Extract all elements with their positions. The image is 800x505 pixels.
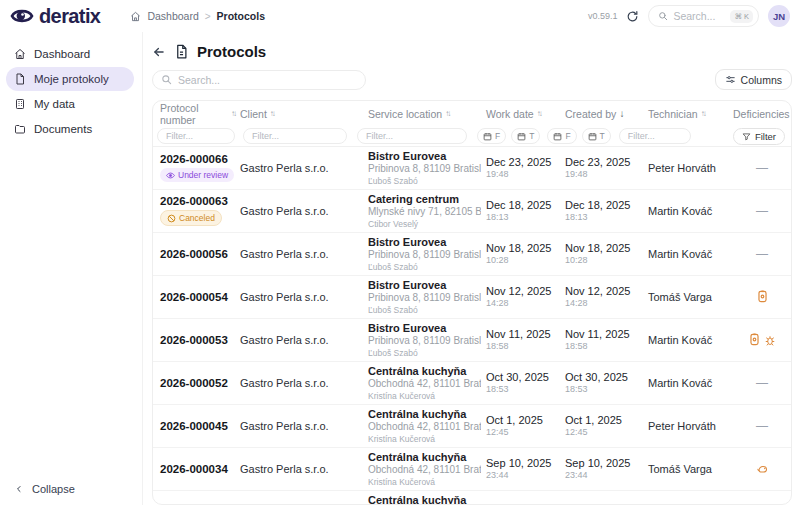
location-address: Pribinova 8, 81109 Bratislava <box>368 163 481 174</box>
no-deficiencies: — <box>756 247 768 261</box>
protocol-number: 2026-000054 <box>160 291 235 303</box>
table-row-2026-000056[interactable]: 2026-000056Gastro Perla s.r.o.Bistro Eur… <box>153 233 791 276</box>
created-by-from-picker[interactable]: F <box>547 128 576 144</box>
table-row-2026-000045[interactable]: 2026-000045Gastro Perla s.r.o.Centrálna … <box>153 405 791 448</box>
location-contact: Kristína Kučerová <box>368 391 481 401</box>
filter-technician-input[interactable] <box>619 128 691 144</box>
work-date-from-picker[interactable]: F <box>477 128 506 144</box>
protocol-number: 2026-000045 <box>160 420 235 432</box>
table-toolbar: Columns <box>152 70 792 90</box>
calendar-icon <box>588 132 597 141</box>
created-date: Oct 1, 2025 <box>565 414 643 426</box>
filter-client-input[interactable] <box>243 128 347 144</box>
status-badge-canceled: Canceled <box>160 210 222 226</box>
column-header-deficiencies: Deficiencies <box>728 108 791 120</box>
table-search-input[interactable] <box>178 74 357 86</box>
table-row-2026-000054[interactable]: 2026-000054Gastro Perla s.r.o.Bistro Eur… <box>153 276 791 319</box>
column-header-service-location[interactable]: Service location↑↓ <box>363 108 481 120</box>
version-label: v0.59.1 <box>588 11 618 21</box>
file-icon <box>14 73 26 85</box>
deficiencies-filter-button[interactable]: Filter <box>733 128 785 145</box>
column-header-work-date[interactable]: Work date↑↓ <box>481 108 560 120</box>
work-time: 14:28 <box>486 298 560 308</box>
location-address: Mlynské nivy 71, 82105 Brati... <box>368 206 481 217</box>
work-date: Nov 11, 2025 <box>486 328 560 340</box>
breadcrumb-current[interactable]: Protocols <box>217 10 265 22</box>
table-row-2026-000052[interactable]: 2026-000052Gastro Perla s.r.o.Centrálna … <box>153 362 791 405</box>
created-time: 18:13 <box>565 212 643 222</box>
sidebar-item-documents[interactable]: Documents <box>6 117 134 141</box>
table-row-2026-000066[interactable]: 2026-000066Under reviewGastro Perla s.r.… <box>153 147 791 190</box>
avatar[interactable]: JN <box>768 5 790 27</box>
column-header-client[interactable]: Client↑↓ <box>235 108 363 120</box>
column-header-protocol-number[interactable]: Protocol number↑↓ <box>153 102 235 126</box>
sidebar-item-my-data[interactable]: My data <box>6 92 134 116</box>
calendar-icon <box>553 132 562 141</box>
location-contact: Ľuboš Szabó <box>368 305 481 315</box>
columns-button[interactable]: Columns <box>715 69 792 90</box>
columns-button-label: Columns <box>741 74 782 86</box>
location-contact: Ľuboš Szabó <box>368 348 481 358</box>
column-header-created-by[interactable]: Created by↓ <box>560 108 643 120</box>
created-time: 19:48 <box>565 169 643 179</box>
protocol-number: 2026-000052 <box>160 377 235 389</box>
work-time: 12:45 <box>486 427 560 437</box>
work-date-to-picker[interactable]: T <box>511 128 540 144</box>
rodent-icon <box>756 463 769 475</box>
topbar: deratix Dashboard > Protocols v0.59.1 ⌘ … <box>0 0 800 32</box>
filter-service-location-input[interactable] <box>357 128 467 144</box>
breadcrumb: Dashboard > Protocols <box>130 10 265 22</box>
breadcrumb-root[interactable]: Dashboard <box>147 10 198 22</box>
sidebar-item-dashboard[interactable]: Dashboard <box>6 42 134 66</box>
location-address: Pribinova 8, 81109 Bratislava <box>368 335 481 346</box>
work-date: Dec 23, 2025 <box>486 156 560 168</box>
app-logo[interactable]: deratix <box>10 4 100 28</box>
table-search[interactable] <box>152 70 366 90</box>
global-search[interactable]: ⌘ K <box>648 5 759 27</box>
technician-name: Martin Kováč <box>648 334 728 346</box>
table-row-partial[interactable]: Centrálna kuchyňa <box>153 491 791 505</box>
work-time: 19:48 <box>486 169 560 179</box>
refresh-button[interactable] <box>626 10 639 23</box>
work-date: Sep 10, 2025 <box>486 457 560 469</box>
created-date: Dec 23, 2025 <box>565 156 643 168</box>
location-name: Bistro Eurovea <box>368 236 481 248</box>
global-search-input[interactable] <box>673 10 725 22</box>
column-header-technician[interactable]: Technician↑↓ <box>643 108 728 120</box>
created-by-to-picker[interactable]: T <box>582 128 611 144</box>
technician-name: Tomáš Varga <box>648 291 728 303</box>
technician-name: Peter Horváth <box>648 420 728 432</box>
sidebar-item-moje-protokoly[interactable]: Moje protokoly <box>6 67 134 91</box>
technician-name: Tomáš Varga <box>648 463 728 475</box>
filter-protocol-number-input[interactable] <box>157 128 235 144</box>
technician-name: Martin Kováč <box>648 205 728 217</box>
table-row-2026-000063[interactable]: 2026-000063CanceledGastro Perla s.r.o.Ca… <box>153 190 791 233</box>
location-name: Centrálna kuchyňa <box>368 494 481 505</box>
work-time: 10:28 <box>486 255 560 265</box>
work-time: 18:58 <box>486 341 560 351</box>
no-deficiencies: — <box>756 161 768 175</box>
protocols-table: Protocol number↑↓Client↑↓Service locatio… <box>152 100 792 505</box>
location-name: Bistro Eurovea <box>368 279 481 291</box>
back-button[interactable] <box>152 45 166 59</box>
table-row-2026-000034[interactable]: 2026-000034Gastro Perla s.r.o.Centrálna … <box>153 448 791 491</box>
sidebar-item-label: My data <box>34 98 75 110</box>
protocol-number: 2026-000056 <box>160 248 235 260</box>
calendar-icon <box>517 132 526 141</box>
work-date: Dec 18, 2025 <box>486 199 560 211</box>
chevron-left-icon <box>14 484 24 494</box>
location-contact: Kristína Kučerová <box>368 477 481 487</box>
home-icon <box>14 48 26 60</box>
collapse-button[interactable]: Collapse <box>6 483 134 495</box>
sidebar-item-label: Moje protokoly <box>34 73 109 85</box>
sort-both-icon: ↑↓ <box>701 109 705 118</box>
columns-settings-icon <box>725 74 736 85</box>
created-time: 14:28 <box>565 298 643 308</box>
protocol-number: 2026-000066 <box>160 153 235 165</box>
home-icon <box>130 11 141 22</box>
created-date: Dec 18, 2025 <box>565 199 643 211</box>
table-header-row: Protocol number↑↓Client↑↓Service locatio… <box>153 101 791 127</box>
created-date: Nov 11, 2025 <box>565 328 643 340</box>
client-name: Gastro Perla s.r.o. <box>240 162 363 174</box>
table-row-2026-000053[interactable]: 2026-000053Gastro Perla s.r.o.Bistro Eur… <box>153 319 791 362</box>
